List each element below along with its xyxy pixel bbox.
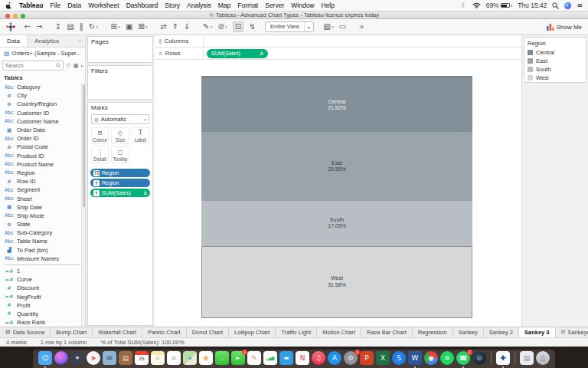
- rows-shelf[interactable]: ≡ Rows SUM(Sales) Δ: [155, 48, 521, 60]
- dock-keynote-icon[interactable]: ▬: [279, 351, 293, 365]
- field-race-rank[interactable]: =#Race Rank: [2, 318, 85, 327]
- menu-dashboard[interactable]: Dashboard: [126, 2, 158, 9]
- field-ship-date[interactable]: ▦Ship Date: [2, 203, 85, 212]
- dock-chrome-icon[interactable]: ◉: [424, 351, 438, 365]
- tab-traffic-light[interactable]: Traffic Light: [276, 327, 317, 337]
- minimize-window-button[interactable]: [13, 14, 18, 18]
- pause-auto-updates-icon[interactable]: ‖: [80, 23, 83, 31]
- dock-facetime-icon[interactable]: ►2: [231, 351, 245, 365]
- field-sheet[interactable]: AbcSheet: [2, 194, 85, 202]
- tab-lollipop-chart[interactable]: Lollipop Chart: [229, 327, 276, 337]
- field-segment[interactable]: AbcSegment: [2, 186, 85, 194]
- auto-update-icon[interactable]: ↻▾: [89, 23, 98, 31]
- tab-race-bar-chart[interactable]: Race Bar Chart: [361, 327, 413, 337]
- notification-center-icon[interactable]: ≡: [577, 2, 583, 9]
- fit-selector[interactable]: Entire View ▾: [265, 21, 314, 32]
- tab-regression[interactable]: Regression: [413, 327, 453, 337]
- dock-spotify-icon[interactable]: ≋: [440, 351, 454, 365]
- dock-documents-icon[interactable]: ▤: [520, 351, 534, 365]
- dock-photos-icon[interactable]: ❀: [199, 351, 213, 365]
- dock-system-preferences-icon[interactable]: ⚙1: [344, 351, 358, 365]
- field-product-name[interactable]: AbcProduct Name: [2, 160, 85, 169]
- sort-ascending-icon[interactable]: ⇑: [172, 23, 178, 31]
- size-button[interactable]: ◇Size: [111, 127, 129, 144]
- field-curve[interactable]: =#Curve: [2, 275, 85, 284]
- dock-tableau-icon[interactable]: ✚: [496, 351, 510, 365]
- dock-messages-icon[interactable]: …: [215, 351, 229, 365]
- menu-format[interactable]: Format: [237, 2, 258, 9]
- field-category[interactable]: AbcCategory: [2, 83, 85, 91]
- menu-map[interactable]: Map: [218, 2, 231, 9]
- dock-music-icon[interactable]: ♫: [312, 351, 325, 365]
- field-discount[interactable]: #Discount: [2, 284, 85, 292]
- close-window-button[interactable]: [5, 14, 10, 18]
- field-negprofit[interactable]: =#NegProfit: [2, 293, 85, 301]
- cell-size-icon[interactable]: ▧▾: [323, 23, 333, 31]
- dock-notes-icon[interactable]: ≡: [151, 351, 165, 365]
- dock-powerpoint-icon[interactable]: P: [360, 351, 374, 365]
- redo-icon[interactable]: →: [36, 23, 42, 31]
- field-order-date[interactable]: ▦Order Date: [2, 126, 85, 134]
- tooltip-button[interactable]: ◻Tooltip: [111, 146, 129, 163]
- highlight-icon[interactable]: ✎▾: [203, 23, 212, 31]
- menu-story[interactable]: Story: [165, 2, 180, 9]
- apple-menu-icon[interactable]: [5, 2, 12, 9]
- new-data-source-icon[interactable]: ▤: [67, 23, 74, 31]
- dock-excel-icon[interactable]: X: [376, 351, 390, 365]
- undo-icon[interactable]: ←: [24, 23, 31, 31]
- dock-maps-icon[interactable]: ⌖: [183, 351, 197, 365]
- duplicate-icon[interactable]: ▣: [126, 23, 132, 31]
- tab-pareto-chart[interactable]: Pareto Chart: [142, 327, 187, 337]
- share-icon[interactable]: ∝: [359, 23, 364, 31]
- presentation-mode-icon[interactable]: ▭: [339, 23, 346, 31]
- dock-app-store-icon[interactable]: A: [328, 351, 341, 365]
- legend-item-central[interactable]: Central: [524, 48, 586, 57]
- tab-donut-chart[interactable]: Donut Chart: [187, 327, 229, 337]
- tab-waterfall-chart[interactable]: Waterfall Chart: [93, 327, 142, 337]
- menu-worksheet[interactable]: Worksheet: [88, 2, 119, 9]
- dock-numbers-icon[interactable]: ▂▅▇: [263, 351, 277, 365]
- tab-sankey-2[interactable]: Sankey 2: [484, 327, 519, 337]
- field-quantity[interactable]: #Quantity: [2, 310, 85, 318]
- new-worksheet-icon[interactable]: ⊞▾: [111, 23, 120, 31]
- field-postal-code[interactable]: ⊕Postal Code: [2, 143, 85, 151]
- field-to-pad-bin[interactable]: ▟To Pad (bin): [2, 246, 85, 255]
- tab-sankeys[interactable]: ⊞Sankeys: [556, 327, 588, 337]
- field-state[interactable]: ⊕State: [2, 220, 85, 228]
- field-order-id[interactable]: AbcOrder ID: [2, 134, 85, 143]
- chart-canvas[interactable]: Central21.82%East29.55%South17.05%West31…: [155, 60, 521, 327]
- data-pane-scrollbar[interactable]: [81, 83, 85, 327]
- field-row-id[interactable]: #Row ID: [2, 177, 85, 186]
- do-not-disturb-icon[interactable]: ☾: [461, 2, 466, 9]
- save-icon[interactable]: ↧: [55, 23, 61, 31]
- tab-analytics[interactable]: Analytics: [28, 35, 66, 47]
- marks-pill-region-0[interactable]: Region: [90, 169, 150, 177]
- dock-trash-icon[interactable]: ▯: [536, 351, 550, 365]
- swap-axes-icon[interactable]: ⇄: [160, 23, 166, 31]
- tab-motion-chart[interactable]: Motion Chart: [317, 327, 361, 337]
- field-customer-id[interactable]: AbcCustomer ID: [2, 109, 85, 117]
- menu-window[interactable]: Window: [291, 2, 314, 9]
- filters-card[interactable]: Filters: [87, 65, 153, 100]
- fix-axes-icon[interactable]: ↯: [249, 23, 255, 31]
- bar-segment-east[interactable]: East29.55%: [201, 132, 472, 200]
- bar-segment-west[interactable]: West31.58%: [201, 246, 472, 318]
- field-region[interactable]: AbcRegion: [2, 169, 85, 177]
- show-me-button[interactable]: Show Me: [547, 24, 582, 31]
- dock-siri-icon[interactable]: [54, 351, 68, 365]
- marks-pill-sum-sales-2[interactable]: TSUM(Sales)Δ: [90, 189, 150, 197]
- menu-analysis[interactable]: Analysis: [187, 2, 211, 9]
- collapse-pane-icon[interactable]: ‹: [75, 35, 85, 47]
- field-table-name[interactable]: AbcTable Name: [2, 237, 85, 245]
- view-options-caret-icon[interactable]: ▾: [80, 64, 83, 68]
- bar-segment-south[interactable]: South17.05%: [201, 201, 472, 246]
- mark-type-dropdown[interactable]: ▥ Automatic ▾: [91, 114, 149, 124]
- dock-whatsapp-icon[interactable]: ☎2: [456, 351, 470, 365]
- field-product-id[interactable]: AbcProduct ID: [2, 152, 85, 160]
- sort-descending-icon[interactable]: ⇓: [184, 23, 190, 31]
- color-legend[interactable]: Region CentralEastSouthWest: [524, 37, 586, 83]
- legend-item-east[interactable]: East: [524, 57, 586, 65]
- tab-data-source[interactable]: ▤ Data Source: [0, 327, 51, 337]
- colour-button[interactable]: Colour: [91, 127, 109, 144]
- label-button[interactable]: TLabel: [132, 127, 149, 144]
